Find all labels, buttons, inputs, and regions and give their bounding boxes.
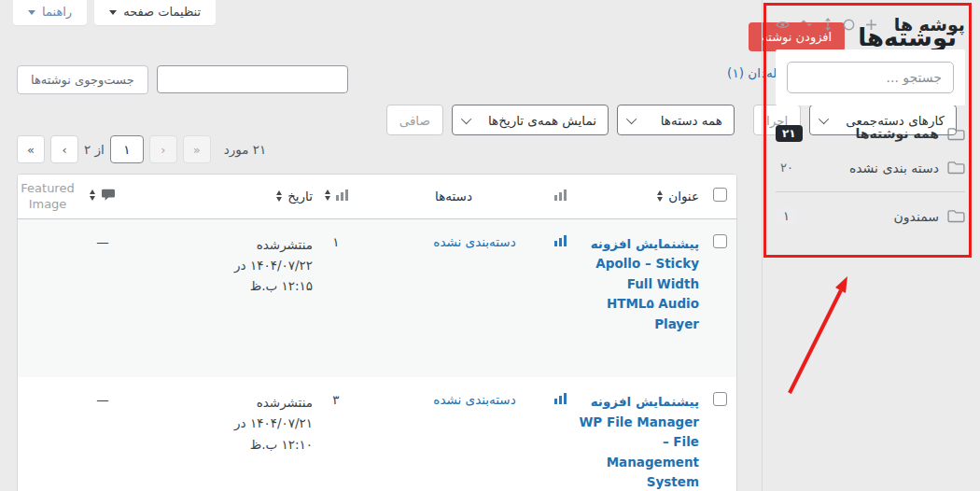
column-header-featured-image: Featured Image (17, 175, 79, 218)
folder-item-all-posts[interactable]: همه نوشته‌ها ۲۱ (763, 117, 980, 150)
current-page-input[interactable] (110, 135, 144, 163)
post-stats-icon[interactable] (554, 393, 567, 404)
folders-toolbar (776, 18, 877, 31)
first-page-button[interactable]: « (17, 135, 45, 163)
column-header-stats-icon (548, 175, 572, 218)
help-tab-label: راهنما (42, 5, 72, 19)
views-count: ۱ (313, 218, 359, 377)
folder-item-samandoon[interactable]: سمندون ۱ (763, 199, 980, 233)
date-cell: منتشرشده ۱۴۰۴/۰۷/۲۲ در ۱۲:۱۵ ب.ظ (204, 234, 313, 297)
sort-arrows-icon (325, 189, 330, 201)
pagination: ۲۱ مورد » › از ۲ ‹ « (17, 135, 266, 163)
select-all-checkbox[interactable] (713, 188, 727, 202)
folder-label: سمندون (805, 209, 939, 224)
comments-count: — (96, 392, 109, 407)
categories-filter-label: همه دسته‌ها (661, 113, 722, 128)
prev-page-button[interactable]: ‹ (50, 135, 78, 163)
row-checkbox[interactable] (713, 234, 727, 248)
chevron-down-icon (461, 113, 471, 123)
sort-arrows-icon (90, 189, 95, 201)
table-row: پیشنمایش افزونه Apollo – Sticky Full Wid… (17, 218, 736, 377)
post-title-link[interactable]: پیشنمایش افزونه WP File Manager – File M… (578, 392, 699, 491)
table-header-row: عنوان دسته‌ها (17, 175, 736, 218)
items-count: ۲۱ مورد (224, 142, 267, 157)
search-posts-button[interactable]: جست‌وجوی نوشته‌ها (17, 65, 148, 94)
featured-image-cell (17, 377, 79, 491)
folders-search-card (776, 49, 965, 105)
chevron-down-icon (626, 113, 637, 123)
bar-chart-icon (554, 189, 567, 201)
column-header-title[interactable]: عنوان (572, 175, 703, 218)
row-checkbox[interactable] (713, 392, 727, 406)
title-header-label: عنوان (668, 189, 699, 203)
sort-icon[interactable] (800, 20, 813, 29)
categories-filter-select[interactable]: همه دسته‌ها (617, 105, 735, 135)
folders-panel: پوشه ها همه نوشته‌ها ۲۱ (762, 0, 980, 491)
folders-divider (776, 191, 965, 192)
total-pages-label: از ۲ (84, 142, 105, 157)
circle-icon[interactable] (843, 19, 855, 31)
post-status: منتشرشده (257, 237, 313, 252)
post-stats-icon[interactable] (554, 235, 567, 246)
wordpress-posts-screen: { "screen_meta": { "help_label": "راهنما… (0, 0, 980, 491)
bar-chart-icon (336, 189, 348, 201)
caret-down-icon (28, 10, 35, 19)
caret-down-icon (109, 10, 117, 19)
folder-icon (947, 127, 965, 141)
comments-count: — (96, 234, 109, 249)
folder-count-badge: ۱ (776, 207, 797, 225)
screen-options-tab[interactable]: تنظیمات صفحه (94, 0, 216, 25)
post-datetime: ۱۴۰۴/۰۷/۲۲ در ۱۲:۱۵ ب.ظ (234, 258, 313, 293)
column-header-date[interactable]: تاریخ (126, 175, 313, 218)
column-header-views[interactable] (313, 175, 359, 218)
table-row: پیشنمایش افزونه WP File Manager – File M… (17, 377, 736, 491)
folder-icon (947, 161, 965, 175)
folder-count-badge: ۲۱ (776, 125, 803, 142)
folder-item-uncategorized[interactable]: دسته بندی نشده ۲۰ (763, 150, 980, 185)
help-tab[interactable]: راهنما (13, 0, 87, 25)
screen-meta-tabs: راهنما تنظیمات صفحه (13, 0, 216, 25)
folder-icon (947, 209, 965, 223)
folder-label: همه نوشته‌ها (811, 126, 939, 141)
last-page-button[interactable]: » (183, 135, 211, 163)
next-page-button[interactable]: › (149, 135, 177, 163)
search-posts-input[interactable] (157, 65, 348, 93)
posts-table: عنوان دسته‌ها (17, 174, 737, 491)
post-title-link[interactable]: پیشنمایش افزونه Apollo – Sticky Full Wid… (578, 234, 699, 335)
folder-count: ۲۰ (776, 159, 798, 176)
category-link[interactable]: دسته‌بندی نشده (433, 234, 515, 249)
post-status: منتشرشده (257, 395, 313, 410)
add-folder-icon[interactable] (865, 19, 877, 31)
eye-icon[interactable] (776, 20, 790, 30)
resize-vertical-icon[interactable] (823, 18, 833, 31)
sort-arrows-icon (276, 190, 282, 202)
comment-icon (101, 189, 116, 202)
dates-filter-label: نمایش همه‌ی تاریخ‌ها (488, 113, 596, 128)
column-header-categories: دسته‌ها (359, 175, 548, 218)
date-cell: منتشرشده ۱۴۰۴/۰۷/۲۱ در ۱۲:۱۰ ب.ظ (204, 392, 313, 455)
date-header-label: تاریخ (287, 189, 313, 203)
sort-arrows-icon (657, 190, 663, 202)
featured-image-cell (17, 218, 79, 377)
views-count: ۳ (313, 377, 359, 491)
folders-panel-title: پوشه ها (894, 14, 965, 35)
posts-search: جست‌وجوی نوشته‌ها (17, 65, 348, 94)
column-header-comments[interactable] (79, 175, 126, 218)
post-datetime: ۱۴۰۴/۰۷/۲۱ در ۱۲:۱۰ ب.ظ (234, 415, 313, 451)
dates-filter-select[interactable]: نمایش همه‌ی تاریخ‌ها (452, 105, 609, 135)
categories-header-label: دسته‌ها (435, 189, 472, 203)
screen-options-label: تنظیمات صفحه (123, 5, 201, 19)
folders-search-input[interactable] (787, 62, 954, 93)
category-link[interactable]: دسته‌بندی نشده (433, 392, 515, 407)
folder-label: دسته بندی نشده (806, 161, 939, 175)
filter-button[interactable]: صافی (386, 105, 443, 135)
